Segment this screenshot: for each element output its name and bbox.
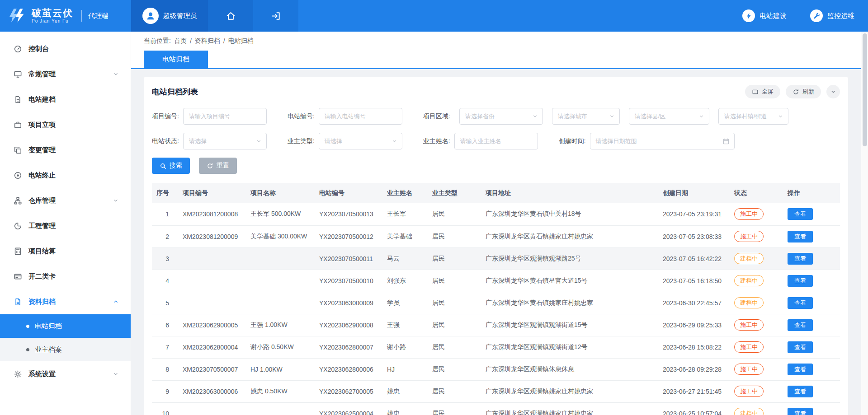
region-city-select[interactable]: 请选择城市 bbox=[552, 108, 620, 125]
sidebar-item-engineering-management[interactable]: 工程管理 bbox=[0, 213, 131, 238]
user-name: 超级管理员 bbox=[163, 12, 197, 20]
table-cell: 广东深圳龙华区黄石镇星官大道15号 bbox=[480, 270, 657, 292]
region-town-select[interactable]: 请选择村镇/街道 bbox=[718, 108, 788, 125]
sidebar-item-project-settlement[interactable]: 项目结算 bbox=[0, 238, 131, 264]
table-cell: 2023-07-05 23:19:31 bbox=[657, 203, 729, 225]
chevron-down-icon bbox=[830, 89, 836, 95]
project-no-input[interactable] bbox=[183, 108, 267, 125]
created-time-range-input[interactable]: 请选择日期范围 bbox=[590, 133, 735, 149]
table-cell: 美学基础 bbox=[382, 225, 427, 247]
tab-station-archive[interactable]: 电站归档 bbox=[144, 51, 208, 68]
scrollbar-thumb[interactable] bbox=[863, 33, 867, 146]
dashboard-icon bbox=[14, 45, 22, 53]
table-cell: 居民 bbox=[427, 270, 480, 292]
reset-button[interactable]: 重置 bbox=[199, 158, 237, 174]
sidebar-item-station-termination[interactable]: 电站终止 bbox=[0, 163, 131, 188]
owner-name-input[interactable] bbox=[454, 133, 538, 149]
owner-type-label: 业主类型: bbox=[288, 137, 315, 145]
table-cell: 居民 bbox=[427, 225, 480, 247]
breadcrumb-home[interactable]: 首页 bbox=[174, 37, 187, 45]
fullscreen-button[interactable]: 全屏 bbox=[745, 85, 780, 98]
calendar-icon bbox=[722, 138, 730, 145]
view-button[interactable]: 查看 bbox=[788, 341, 813, 353]
table-cell-actions: 查看 bbox=[782, 247, 840, 270]
region-county-select[interactable]: 请选择县/区 bbox=[629, 108, 709, 125]
table-cell: 广东深圳龙华区观澜镇观湖路25号 bbox=[480, 247, 657, 270]
header-link-station-build[interactable]: 电站建设 bbox=[742, 9, 787, 22]
table-cell bbox=[177, 292, 245, 314]
table-cell: XM2023062900005 bbox=[177, 314, 245, 336]
sidebar-item-warehouse-management[interactable]: 仓库管理 bbox=[0, 188, 131, 213]
refresh-label: 刷新 bbox=[802, 88, 814, 96]
doc-icon bbox=[14, 95, 22, 104]
engineering-icon bbox=[14, 222, 22, 230]
view-button[interactable]: 查看 bbox=[788, 319, 813, 331]
tab-bar: 电站归档 bbox=[131, 51, 861, 68]
table-cell: 广东深圳龙华区观澜镇观湖街道12号 bbox=[480, 336, 657, 358]
breadcrumb-data-archive[interactable]: 资料归档 bbox=[195, 37, 220, 45]
logo-text: 破茧云伏 Po Jian Yun Fu bbox=[32, 8, 73, 24]
sidebar-item-change-management[interactable]: 变更管理 bbox=[0, 137, 131, 163]
user-menu[interactable]: 超级管理员 bbox=[131, 0, 208, 32]
sidebar-item-project-initiation[interactable]: 项目立项 bbox=[0, 112, 131, 137]
archive-table: 序号项目编号项目名称电站编号业主姓名业主类型项目地址创建日期状态操作 1XM20… bbox=[152, 183, 840, 415]
status-badge: 施工中 bbox=[734, 386, 764, 397]
view-button[interactable]: 查看 bbox=[788, 408, 813, 415]
sidebar-item-label: 电站建档 bbox=[28, 95, 56, 104]
table-cell: 居民 bbox=[427, 314, 480, 336]
table-header-row: 序号项目编号项目名称电站编号业主姓名业主类型项目地址创建日期状态操作 bbox=[152, 183, 840, 203]
table-cell-status: 建档中 bbox=[729, 292, 782, 314]
sidebar-item-station-filing[interactable]: 电站建档 bbox=[0, 87, 131, 112]
table-cell: 5 bbox=[152, 292, 177, 314]
column-header: 项目编号 bbox=[177, 183, 245, 203]
stop-icon bbox=[14, 171, 22, 180]
sidebar-item-label: 开二类卡 bbox=[28, 272, 56, 281]
app-logo[interactable]: 破茧云伏 Po Jian Yun Fu 代理端 bbox=[0, 0, 131, 32]
warehouse-icon bbox=[14, 196, 22, 205]
table-cell bbox=[177, 247, 245, 270]
view-button[interactable]: 查看 bbox=[788, 253, 813, 265]
search-button[interactable]: 搜索 bbox=[152, 158, 190, 174]
view-button[interactable]: 查看 bbox=[788, 364, 813, 375]
chevron-down-icon bbox=[609, 113, 615, 119]
table-cell: 居民 bbox=[427, 203, 480, 225]
card-icon bbox=[14, 272, 22, 281]
logout-button[interactable] bbox=[253, 0, 298, 32]
station-no-input[interactable] bbox=[319, 108, 402, 125]
sidebar-item-data-archive[interactable]: 资料归档 bbox=[0, 289, 131, 314]
sidebar-item-system-settings[interactable]: 系统设置 bbox=[0, 361, 131, 387]
table-cell: 2 bbox=[152, 225, 177, 247]
table-cell: 居民 bbox=[427, 358, 480, 380]
owner-type-select[interactable]: 请选择 bbox=[319, 133, 402, 149]
view-button[interactable]: 查看 bbox=[788, 275, 813, 287]
sidebar-item-general-management[interactable]: 常规管理 bbox=[0, 61, 131, 87]
home-button[interactable] bbox=[208, 0, 253, 32]
table-cell: 姚忠 bbox=[382, 380, 427, 402]
view-button[interactable]: 查看 bbox=[788, 297, 813, 309]
status-badge: 施工中 bbox=[734, 208, 764, 220]
table-cell: 2023-06-28 09:29:28 bbox=[657, 358, 729, 380]
project-no-label: 项目编号: bbox=[152, 112, 179, 121]
column-header: 操作 bbox=[782, 183, 840, 203]
table-row: 9XM2023063000006姚忠 0.50KWYX2023062700005… bbox=[152, 380, 840, 402]
table-cell-status: 建档中 bbox=[729, 247, 782, 270]
page-scrollbar[interactable] bbox=[861, 32, 868, 415]
table-cell: 2023-07-05 16:18:50 bbox=[657, 270, 729, 292]
view-button[interactable]: 查看 bbox=[788, 231, 813, 242]
sidebar-item-console[interactable]: 控制台 bbox=[0, 36, 131, 61]
refresh-button[interactable]: 刷新 bbox=[786, 85, 821, 98]
collapse-button[interactable] bbox=[826, 85, 840, 98]
header-link-monitor-ops[interactable]: 监控运维 bbox=[810, 9, 854, 22]
view-button[interactable]: 查看 bbox=[788, 208, 813, 220]
table-row: 6XM2023062900005王强 1.00KWYX2023062900008… bbox=[152, 314, 840, 336]
sidebar-menu: 控制台常规管理电站建档项目立项变更管理电站终止仓库管理工程管理项目结算开二类卡资… bbox=[0, 36, 131, 387]
sidebar-item-second-type-card[interactable]: 开二类卡 bbox=[0, 264, 131, 289]
view-button[interactable]: 查看 bbox=[788, 386, 813, 397]
sidebar-item-owner-archive[interactable]: 业主档案 bbox=[0, 338, 131, 361]
station-status-select[interactable]: 请选择 bbox=[183, 133, 267, 149]
divider bbox=[81, 10, 82, 22]
region-province-select[interactable]: 请选择省份 bbox=[459, 108, 543, 125]
table-cell: 居民 bbox=[427, 380, 480, 402]
sidebar-item-station-archive[interactable]: 电站归档 bbox=[0, 314, 131, 338]
table-cell-actions: 查看 bbox=[782, 203, 840, 225]
